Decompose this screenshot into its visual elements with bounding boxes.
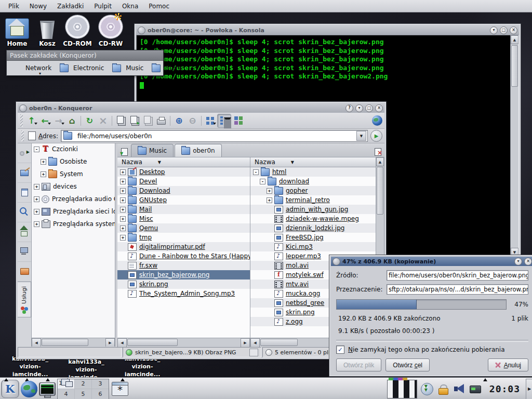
search-icon[interactable] xyxy=(18,203,31,222)
file-row[interactable]: Kici.mp3 xyxy=(250,242,376,251)
download-manager-icon[interactable] xyxy=(421,383,433,395)
cancel-button[interactable]: Anuluj xyxy=(488,358,528,371)
window-icon[interactable] xyxy=(332,258,340,265)
pager-desktop[interactable]: 3 xyxy=(92,379,109,389)
panel-hide-button[interactable]: ▶ xyxy=(526,379,532,399)
file-row[interactable]: Dune - Rainbow to the Stars (Happy H xyxy=(117,251,250,261)
reload-icon[interactable] xyxy=(83,114,96,127)
shade-button[interactable]: ▾ xyxy=(355,104,363,112)
disk-monitor-icon[interactable] xyxy=(469,383,482,395)
help-button[interactable]: ? xyxy=(345,104,353,112)
scroll-right-icon[interactable]: ▶ xyxy=(241,338,250,348)
tree-expander[interactable]: + xyxy=(120,169,126,175)
applet-handle-icon[interactable] xyxy=(4,378,8,381)
menu-item[interactable]: Okna xyxy=(117,3,143,10)
window-titlebar[interactable]: ober0n@core: ~ - Powłoka - Konsola ▾ □ × xyxy=(136,25,519,35)
file-row[interactable]: - html xyxy=(250,167,376,177)
file-row[interactable]: dziennik_lodzki.jpg xyxy=(250,223,376,233)
pager-desktop[interactable]: 5 xyxy=(75,389,91,399)
file-row[interactable]: + terminal_retro xyxy=(250,195,376,205)
pager-desktop[interactable]: 6 xyxy=(92,389,109,399)
tree-expander[interactable]: - xyxy=(34,147,39,152)
menu-item[interactable]: Pomoc xyxy=(143,3,175,10)
network-icon[interactable] xyxy=(18,242,31,262)
file-row[interactable]: digitalimprimatur.pdf xyxy=(117,242,250,251)
home-icon[interactable] xyxy=(65,114,78,127)
menu-item[interactable]: Pulpit xyxy=(89,3,117,10)
file-row[interactable]: + Devel xyxy=(117,177,250,186)
applet-handle-icon[interactable] xyxy=(121,378,125,381)
tree-expander[interactable]: + xyxy=(120,179,126,184)
file-row[interactable]: fr.sxw xyxy=(117,261,250,270)
pane-horizontal-scrollbar[interactable]: ◀ ▶ xyxy=(117,338,250,347)
file-row[interactable]: dziadek-w-wawie.mpeg xyxy=(250,214,376,223)
bookmark-music[interactable]: Music xyxy=(108,62,148,74)
tree-expander[interactable]: + xyxy=(34,221,39,227)
tree-item[interactable]: + devices xyxy=(32,182,115,191)
paste-icon[interactable] xyxy=(114,114,127,127)
tab-ober0n[interactable]: ober0n xyxy=(175,144,222,157)
multicolumn-view-icon[interactable] xyxy=(232,114,245,127)
checkbox-box[interactable]: ✓ xyxy=(336,345,344,354)
open-target-button[interactable]: Otwórz cel xyxy=(385,358,430,371)
zoom-out-icon[interactable] xyxy=(186,114,199,127)
tree-expander[interactable]: + xyxy=(267,188,272,194)
window-titlebar[interactable]: ober0n - Konqueror ? ▾ □ × xyxy=(18,103,384,113)
file-row[interactable]: skrin_bez_bajerow.png xyxy=(117,270,250,280)
column-header-name[interactable]: Nazwa ▼ xyxy=(250,157,384,167)
file-row[interactable]: + Misc xyxy=(117,214,250,223)
stop-icon[interactable] xyxy=(97,114,110,127)
applet-handle-icon[interactable] xyxy=(483,378,487,381)
close-button[interactable]: × xyxy=(375,104,383,112)
home-folder-icon[interactable] xyxy=(18,222,31,242)
copy-icon[interactable] xyxy=(128,114,141,127)
browser-icon[interactable] xyxy=(21,381,37,397)
tab-music[interactable]: Music xyxy=(131,144,174,157)
tree-item[interactable]: + Przeglądarka audio CD xyxy=(32,194,115,204)
tree-expander[interactable]: + xyxy=(120,216,126,222)
file-row[interactable]: + GNUstep xyxy=(117,195,250,205)
column-header-name[interactable]: Nazwa ▼ xyxy=(117,157,250,167)
tree-expander[interactable]: + xyxy=(120,197,126,203)
bookmark-store[interactable]: Store xyxy=(148,62,186,74)
tree-expander[interactable]: + xyxy=(120,188,126,194)
file-row[interactable]: + tmp xyxy=(117,233,250,242)
location-input[interactable]: file:/home/users/ober0n ▼ xyxy=(61,130,368,142)
window-icon[interactable] xyxy=(138,26,145,34)
window-icon[interactable] xyxy=(19,104,27,112)
print-icon[interactable] xyxy=(155,114,168,127)
file-row[interactable]: admin_with_gun.jpg xyxy=(250,205,376,214)
desktop-icon-home[interactable]: Home xyxy=(2,14,32,47)
menu-item[interactable]: Zakładki xyxy=(52,3,89,10)
kmenu-icon[interactable]: K xyxy=(1,380,19,398)
scroll-up-icon[interactable]: ▲ xyxy=(376,157,384,166)
tree-expander[interactable]: + xyxy=(34,196,39,202)
pager-desktop[interactable]: 2 xyxy=(75,379,91,389)
tree-item[interactable]: + Przeglądarka systemu d xyxy=(32,219,115,229)
file-row[interactable]: + gopher xyxy=(250,186,376,195)
tree-expander[interactable]: + xyxy=(41,171,46,177)
tree-expander[interactable]: - xyxy=(253,169,259,175)
history-icon[interactable] xyxy=(18,183,31,203)
bookmark-electronic[interactable]: Electronic xyxy=(56,62,108,74)
popup-title[interactable]: Pasek zakładek (Konqueror) xyxy=(7,50,163,61)
root-folder-icon[interactable] xyxy=(18,262,31,282)
close-button[interactable]: × xyxy=(510,26,517,34)
file-row[interactable]: + Desktop xyxy=(117,167,250,177)
keep-open-checkbox[interactable]: ✓ Nie zamykaj tego okna po zakończeniu p… xyxy=(336,345,528,354)
sidebar-tab-services[interactable]: Usługi xyxy=(18,282,31,317)
lock-icon[interactable] xyxy=(437,383,449,395)
terminal-scrollbar[interactable]: ▲ ▼ xyxy=(510,35,518,257)
tree-item[interactable]: - Czcionki xyxy=(32,144,115,154)
toolbar-handle[interactable] xyxy=(20,114,23,127)
tree-expander[interactable]: + xyxy=(120,225,126,231)
tree-item[interactable]: + Osobiste xyxy=(32,157,115,166)
desktop-icon-trash[interactable]: Kosz xyxy=(32,14,62,47)
separator[interactable] xyxy=(110,114,114,127)
bookmark-network[interactable]: Network xyxy=(9,62,56,74)
tree-view-icon[interactable] xyxy=(217,114,231,128)
screenshot-launcher[interactable] xyxy=(111,380,129,398)
tree-expander[interactable]: + xyxy=(120,207,126,212)
window-titlebar[interactable]: 47% z 406.9 KB (kopiowanie) ▾ × xyxy=(331,257,532,266)
menu-item[interactable]: Plik xyxy=(3,3,24,10)
